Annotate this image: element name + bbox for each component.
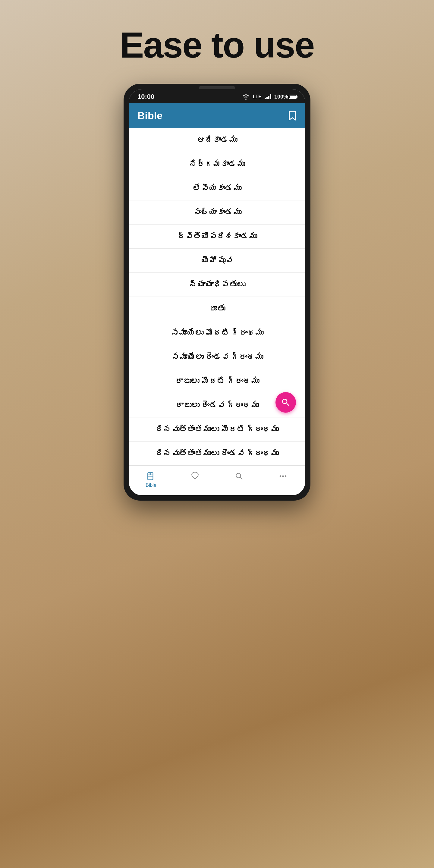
nav-label-bible: Bible <box>146 483 156 488</box>
phone-frame: 10:00 LTE 100% <box>124 84 310 501</box>
battery-indicator: 100% <box>274 94 297 100</box>
svg-point-7 <box>285 475 286 477</box>
bookmark-icon[interactable] <box>288 111 297 121</box>
battery-percent: 100% <box>274 94 288 100</box>
list-item[interactable]: రాజులు మొదటి గ్రంథము <box>129 369 305 393</box>
more-nav-icon <box>278 472 287 481</box>
list-item[interactable]: దినవృత్తాంతములు మొదటి గ్రంథము <box>129 417 305 441</box>
svg-point-6 <box>282 475 284 477</box>
status-time: 10:00 <box>137 93 154 101</box>
book-list: ఆదికాండము నిర్గమకాండము లేవీయకాండము సంఖ్య… <box>129 128 305 465</box>
page-title: Ease to use <box>120 24 314 66</box>
list-item[interactable]: నిర్గమకాండము <box>129 152 305 176</box>
bottom-nav: Bible <box>129 465 305 495</box>
status-icons: LTE 100% <box>242 94 297 100</box>
list-item[interactable]: సమూయేలు మొదటి గ్రంథము <box>129 321 305 345</box>
list-item[interactable]: దినవృత్తాంతములు రెండవ గ్రంథము <box>129 441 305 465</box>
nav-item-favorites[interactable] <box>173 469 217 490</box>
list-item[interactable]: యెహోషువ <box>129 249 305 273</box>
search-nav-icon <box>235 472 244 481</box>
lte-indicator: LTE <box>253 94 261 99</box>
list-item[interactable]: సమూయేలు రెండవ గ్రంథము <box>129 345 305 369</box>
wifi-icon <box>242 94 250 100</box>
list-item[interactable]: రూతు <box>129 297 305 321</box>
bible-nav-icon <box>147 472 156 481</box>
status-bar: 10:00 LTE 100% <box>129 89 305 103</box>
list-item[interactable]: ద్వితీయోపదేశకాండము <box>129 224 305 249</box>
phone-screen: 10:00 LTE 100% <box>129 89 305 495</box>
app-header: Bible <box>129 103 305 128</box>
battery-icon <box>289 95 297 99</box>
app-title: Bible <box>137 110 162 121</box>
list-item[interactable]: న్యాయాధిపతులు <box>129 273 305 297</box>
svg-line-4 <box>240 477 242 479</box>
nav-item-bible[interactable]: Bible <box>129 469 173 490</box>
phone-notch <box>199 86 235 89</box>
list-item[interactable]: ఆదికాండము <box>129 128 305 152</box>
nav-item-search[interactable] <box>217 469 261 490</box>
heart-nav-icon <box>190 472 199 481</box>
svg-point-5 <box>280 475 281 477</box>
svg-point-3 <box>236 473 241 478</box>
fab-search-button[interactable] <box>276 392 296 412</box>
list-item[interactable]: లేవీయకాండము <box>129 176 305 200</box>
list-item[interactable]: సంఖ్యాకాండము <box>129 200 305 224</box>
nav-item-more[interactable] <box>261 469 305 490</box>
signal-icon <box>265 94 271 99</box>
